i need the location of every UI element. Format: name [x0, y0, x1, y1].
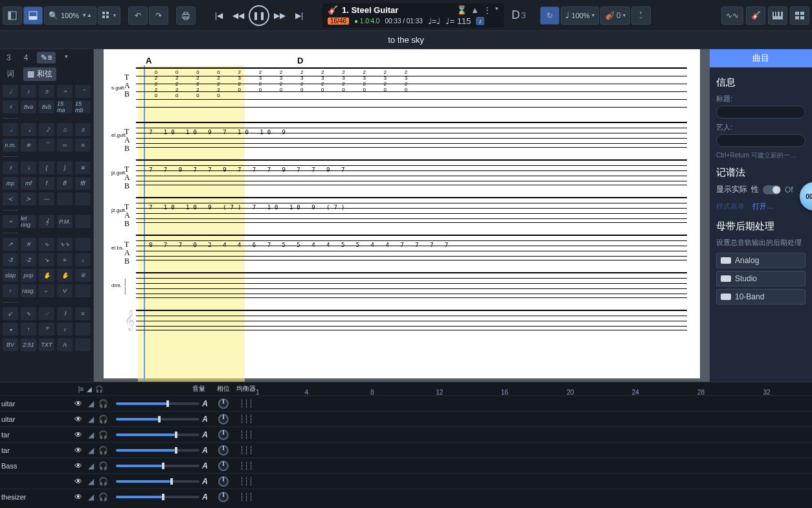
visibility-icon[interactable]: 👁: [74, 415, 83, 424]
palette-glyph[interactable]: BV: [3, 338, 18, 351]
keyboard-icon[interactable]: [768, 6, 787, 25]
tuning-combo[interactable]: 🎻 0▾: [600, 6, 630, 25]
redo-button[interactable]: ↷: [149, 6, 168, 25]
palette-glyph[interactable]: 8vb: [39, 100, 54, 113]
dropdown-icon[interactable]: ▾: [61, 52, 72, 64]
palette-glyph[interactable]: fff: [75, 177, 91, 190]
palette-glyph[interactable]: 𝄐: [3, 215, 18, 228]
speed-combo[interactable]: ♩ 100%▾: [561, 6, 598, 25]
layout-tab-4[interactable]: 4: [20, 52, 32, 64]
palette-glyph[interactable]: [57, 192, 73, 205]
palette-glyph[interactable]: ≡: [75, 307, 91, 320]
palette-glyph[interactable]: 𝄞: [39, 215, 54, 228]
palette-glyph[interactable]: 𝄐: [57, 85, 73, 98]
volume-slider[interactable]: [116, 418, 199, 421]
master-studio[interactable]: Studio: [716, 271, 806, 286]
palette-glyph[interactable]: mp: [3, 177, 18, 190]
automation-icon[interactable]: A: [202, 430, 208, 439]
palette-glyph[interactable]: ∿∿: [57, 238, 73, 251]
more-icon[interactable]: ⋮: [483, 5, 491, 15]
master-analog[interactable]: Analog: [716, 253, 806, 268]
palette-glyph[interactable]: ♯: [3, 100, 18, 113]
collapse-icon[interactable]: |≡: [78, 386, 84, 393]
palette-glyph[interactable]: ≋: [75, 161, 91, 174]
visibility-icon[interactable]: 👁: [74, 492, 83, 502]
artist-input[interactable]: [716, 134, 806, 147]
undo-button[interactable]: ↶: [128, 6, 148, 25]
palette-glyph[interactable]: ∿: [39, 238, 54, 251]
mute-icon[interactable]: ◢: [86, 399, 95, 408]
palette-glyph[interactable]: ♬: [39, 85, 54, 98]
layout-icon[interactable]: ▾: [98, 6, 120, 25]
palette-glyph[interactable]: V: [57, 284, 73, 297]
mute-icon[interactable]: ◢: [86, 446, 95, 455]
palette-glyph[interactable]: —: [39, 192, 54, 205]
solo-header-icon[interactable]: 🎧: [95, 386, 103, 393]
palette-glyph[interactable]: ≺: [3, 192, 18, 205]
palette-glyph[interactable]: pop: [21, 269, 36, 282]
loop-button[interactable]: ↻: [540, 6, 559, 25]
palette-glyph[interactable]: ♫: [57, 123, 73, 136]
palette-glyph[interactable]: ≡: [75, 139, 91, 152]
eq-button[interactable]: ┆┆┆: [236, 461, 256, 470]
link-open[interactable]: 打开…: [752, 202, 774, 211]
pan-knob[interactable]: [218, 476, 229, 487]
palette-glyph[interactable]: ≡: [57, 253, 73, 266]
layout-tab-3[interactable]: 3: [3, 52, 15, 64]
waveform-icon[interactable]: ∿∿: [721, 6, 743, 25]
eq-button[interactable]: ┆┆┆: [236, 477, 256, 486]
palette-glyph[interactable]: 𝆪: [75, 85, 91, 98]
palette-glyph[interactable]: let ring: [21, 215, 36, 228]
print-button[interactable]: [176, 6, 196, 25]
volume-slider[interactable]: [116, 465, 199, 467]
palette-glyph[interactable]: ↙: [3, 307, 18, 320]
panel-left-icon[interactable]: [3, 6, 22, 25]
transpose-button[interactable]: +−: [631, 6, 651, 25]
forward-icon[interactable]: ▶▶: [271, 6, 289, 25]
visibility-icon[interactable]: 👁: [74, 399, 83, 408]
palette-glyph[interactable]: [75, 284, 91, 297]
palette-glyph[interactable]: [75, 323, 91, 336]
palette-glyph[interactable]: ⑥: [75, 269, 91, 282]
eq-button[interactable]: ┆┆┆: [236, 415, 256, 424]
pan-knob[interactable]: [218, 492, 229, 502]
palette-glyph[interactable]: rasg.: [21, 284, 36, 297]
visibility-icon[interactable]: 👁: [74, 461, 83, 470]
mute-icon[interactable]: ◢: [86, 415, 95, 424]
palette-glyph[interactable]: ff: [57, 177, 73, 190]
palette-glyph[interactable]: ♯: [3, 161, 18, 174]
palette-glyph[interactable]: ∿: [21, 307, 36, 320]
palette-glyph[interactable]: ≻: [21, 192, 36, 205]
palette-glyph[interactable]: n.m.: [3, 139, 18, 152]
eq-button[interactable]: ┆┆┆: [236, 446, 256, 455]
palette-glyph[interactable]: [75, 238, 91, 251]
link-stylesheet[interactable]: 样式表单: [716, 202, 745, 211]
palette-glyph[interactable]: [75, 338, 91, 351]
solo-icon[interactable]: 🎧: [98, 446, 107, 455]
palette-glyph[interactable]: ♪: [57, 323, 73, 336]
automation-icon[interactable]: A: [202, 415, 208, 424]
automation-icon[interactable]: A: [202, 477, 208, 486]
palette-glyph[interactable]: ↗: [3, 238, 18, 251]
chord-tab[interactable]: ▦和弦: [23, 67, 56, 81]
palette-glyph[interactable]: ↑: [3, 284, 18, 297]
palette-glyph[interactable]: ⌐: [39, 284, 54, 297]
master-10-band[interactable]: 10-Band: [716, 289, 806, 305]
track-name[interactable]: Bass: [0, 462, 68, 470]
play-pause-button[interactable]: ❚❚: [249, 5, 269, 26]
visibility-icon[interactable]: 👁: [74, 477, 83, 486]
solo-icon[interactable]: 🎧: [98, 492, 107, 502]
palette-glyph[interactable]: ⟋: [39, 307, 54, 320]
track-name[interactable]: tar: [0, 446, 68, 454]
volume-slider[interactable]: [116, 480, 199, 483]
palette-glyph[interactable]: ✕: [21, 238, 36, 251]
palette-glyph[interactable]: ♪: [21, 85, 36, 98]
go-end-icon[interactable]: ▶|: [290, 6, 308, 25]
solo-icon[interactable]: 🎧: [98, 399, 107, 408]
palette-glyph[interactable]: ♩: [3, 85, 18, 98]
palette-glyph[interactable]: ↑: [21, 323, 36, 336]
palette-glyph[interactable]: ⌇: [57, 307, 73, 320]
palette-glyph[interactable]: 𝅘𝅥: [21, 123, 36, 136]
pan-knob[interactable]: [218, 414, 229, 424]
volume-slider[interactable]: [116, 449, 199, 452]
